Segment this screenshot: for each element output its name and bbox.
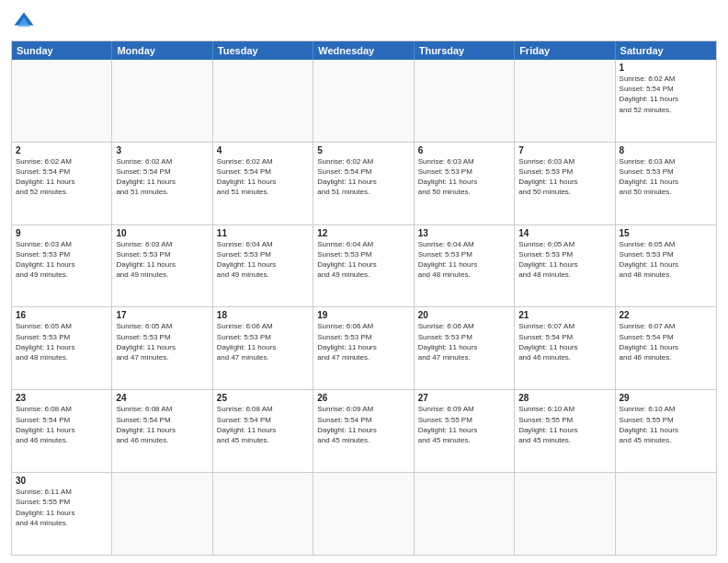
day-cell xyxy=(415,473,515,555)
day-cell: 18Sunrise: 6:06 AM Sunset: 5:53 PM Dayli… xyxy=(213,307,313,389)
day-info: Sunrise: 6:07 AM Sunset: 5:54 PM Dayligh… xyxy=(620,321,712,362)
day-cell: 10Sunrise: 6:03 AM Sunset: 5:53 PM Dayli… xyxy=(112,225,212,307)
day-header-thursday: Thursday xyxy=(415,41,515,60)
day-cell: 13Sunrise: 6:04 AM Sunset: 5:53 PM Dayli… xyxy=(415,225,515,307)
day-number: 18 xyxy=(217,310,309,320)
week-row-6: 30Sunrise: 6:11 AM Sunset: 5:55 PM Dayli… xyxy=(12,472,716,555)
day-cell: 20Sunrise: 6:06 AM Sunset: 5:53 PM Dayli… xyxy=(415,307,515,389)
day-cell: 23Sunrise: 6:08 AM Sunset: 5:54 PM Dayli… xyxy=(12,390,112,472)
day-cell xyxy=(515,60,615,142)
calendar: SundayMondayTuesdayWednesdayThursdayFrid… xyxy=(11,40,717,556)
day-number: 29 xyxy=(620,393,712,403)
day-cell xyxy=(112,473,212,555)
page: SundayMondayTuesdayWednesdayThursdayFrid… xyxy=(0,0,728,563)
week-row-2: 2Sunrise: 6:02 AM Sunset: 5:54 PM Daylig… xyxy=(12,142,716,224)
day-cell: 9Sunrise: 6:03 AM Sunset: 5:53 PM Daylig… xyxy=(12,225,112,307)
weeks-container: 1Sunrise: 6:02 AM Sunset: 5:54 PM Daylig… xyxy=(12,60,716,555)
day-header-wednesday: Wednesday xyxy=(313,41,414,60)
day-cell: 12Sunrise: 6:04 AM Sunset: 5:53 PM Dayli… xyxy=(313,225,414,307)
day-number: 16 xyxy=(16,310,108,320)
day-number: 23 xyxy=(16,393,108,403)
day-number: 8 xyxy=(620,145,712,155)
week-row-5: 23Sunrise: 6:08 AM Sunset: 5:54 PM Dayli… xyxy=(12,389,716,472)
day-info: Sunrise: 6:05 AM Sunset: 5:53 PM Dayligh… xyxy=(16,321,108,362)
day-number: 25 xyxy=(217,393,309,403)
day-info: Sunrise: 6:10 AM Sunset: 5:55 PM Dayligh… xyxy=(620,404,712,445)
day-number: 24 xyxy=(116,393,208,403)
day-number: 14 xyxy=(518,228,610,238)
day-cell: 25Sunrise: 6:08 AM Sunset: 5:54 PM Dayli… xyxy=(213,390,313,472)
day-info: Sunrise: 6:06 AM Sunset: 5:53 PM Dayligh… xyxy=(317,321,409,362)
day-cell xyxy=(515,473,615,555)
day-number: 11 xyxy=(217,228,309,238)
day-info: Sunrise: 6:03 AM Sunset: 5:53 PM Dayligh… xyxy=(518,156,610,198)
day-info: Sunrise: 6:08 AM Sunset: 5:54 PM Dayligh… xyxy=(16,404,108,445)
day-header-tuesday: Tuesday xyxy=(213,41,313,60)
day-info: Sunrise: 6:02 AM Sunset: 5:54 PM Dayligh… xyxy=(317,156,409,198)
day-cell: 5Sunrise: 6:02 AM Sunset: 5:54 PM Daylig… xyxy=(313,143,414,224)
day-info: Sunrise: 6:03 AM Sunset: 5:53 PM Dayligh… xyxy=(418,156,510,198)
day-info: Sunrise: 6:05 AM Sunset: 5:53 PM Dayligh… xyxy=(116,321,208,362)
day-cell: 22Sunrise: 6:07 AM Sunset: 5:54 PM Dayli… xyxy=(616,307,716,389)
day-cell xyxy=(313,473,414,555)
day-cell: 17Sunrise: 6:05 AM Sunset: 5:53 PM Dayli… xyxy=(112,307,212,389)
day-info: Sunrise: 6:04 AM Sunset: 5:53 PM Dayligh… xyxy=(418,239,510,281)
day-cell xyxy=(213,473,313,555)
day-cell: 14Sunrise: 6:05 AM Sunset: 5:53 PM Dayli… xyxy=(515,225,615,307)
day-cell: 11Sunrise: 6:04 AM Sunset: 5:53 PM Dayli… xyxy=(213,225,313,307)
day-header-monday: Monday xyxy=(112,41,212,60)
logo xyxy=(11,9,40,35)
day-info: Sunrise: 6:03 AM Sunset: 5:53 PM Dayligh… xyxy=(620,156,712,198)
day-number: 13 xyxy=(418,228,510,238)
day-cell xyxy=(12,60,112,142)
day-header-friday: Friday xyxy=(515,41,615,60)
day-info: Sunrise: 6:04 AM Sunset: 5:53 PM Dayligh… xyxy=(317,239,409,281)
day-cell: 28Sunrise: 6:10 AM Sunset: 5:55 PM Dayli… xyxy=(515,390,615,472)
week-row-4: 16Sunrise: 6:05 AM Sunset: 5:53 PM Dayli… xyxy=(12,306,716,389)
day-number: 5 xyxy=(317,145,409,155)
day-info: Sunrise: 6:06 AM Sunset: 5:53 PM Dayligh… xyxy=(418,321,510,362)
day-cell: 16Sunrise: 6:05 AM Sunset: 5:53 PM Dayli… xyxy=(12,307,112,389)
week-row-1: 1Sunrise: 6:02 AM Sunset: 5:54 PM Daylig… xyxy=(12,60,716,142)
day-number: 1 xyxy=(620,63,712,73)
day-info: Sunrise: 6:11 AM Sunset: 5:55 PM Dayligh… xyxy=(16,487,108,528)
day-cell: 15Sunrise: 6:05 AM Sunset: 5:53 PM Dayli… xyxy=(616,225,716,307)
day-cell: 7Sunrise: 6:03 AM Sunset: 5:53 PM Daylig… xyxy=(515,143,615,224)
day-cell xyxy=(616,473,716,555)
day-header-sunday: Sunday xyxy=(12,41,112,60)
day-number: 15 xyxy=(620,228,712,238)
day-info: Sunrise: 6:08 AM Sunset: 5:54 PM Dayligh… xyxy=(116,404,208,445)
header xyxy=(11,9,717,35)
day-info: Sunrise: 6:05 AM Sunset: 5:53 PM Dayligh… xyxy=(518,239,610,281)
day-number: 21 xyxy=(518,310,610,320)
day-cell: 24Sunrise: 6:08 AM Sunset: 5:54 PM Dayli… xyxy=(112,390,212,472)
day-number: 26 xyxy=(317,393,409,403)
day-cell: 1Sunrise: 6:02 AM Sunset: 5:54 PM Daylig… xyxy=(616,60,716,142)
day-info: Sunrise: 6:03 AM Sunset: 5:53 PM Dayligh… xyxy=(116,239,208,281)
day-number: 17 xyxy=(116,310,208,320)
day-number: 3 xyxy=(116,145,208,155)
day-number: 10 xyxy=(116,228,208,238)
day-number: 28 xyxy=(518,393,610,403)
day-number: 4 xyxy=(217,145,309,155)
day-number: 7 xyxy=(518,145,610,155)
day-info: Sunrise: 6:02 AM Sunset: 5:54 PM Dayligh… xyxy=(16,156,108,198)
day-info: Sunrise: 6:08 AM Sunset: 5:54 PM Dayligh… xyxy=(217,404,309,445)
day-cell: 4Sunrise: 6:02 AM Sunset: 5:54 PM Daylig… xyxy=(213,143,313,224)
day-number: 19 xyxy=(317,310,409,320)
day-cell xyxy=(213,60,313,142)
day-info: Sunrise: 6:10 AM Sunset: 5:55 PM Dayligh… xyxy=(518,404,610,445)
day-info: Sunrise: 6:02 AM Sunset: 5:54 PM Dayligh… xyxy=(620,74,712,115)
day-number: 6 xyxy=(418,145,510,155)
day-headers-row: SundayMondayTuesdayWednesdayThursdayFrid… xyxy=(12,41,716,60)
day-info: Sunrise: 6:03 AM Sunset: 5:53 PM Dayligh… xyxy=(16,239,108,281)
logo-icon xyxy=(11,9,37,35)
day-number: 22 xyxy=(620,310,712,320)
day-number: 30 xyxy=(16,476,108,486)
day-info: Sunrise: 6:07 AM Sunset: 5:54 PM Dayligh… xyxy=(518,321,610,362)
day-cell: 29Sunrise: 6:10 AM Sunset: 5:55 PM Dayli… xyxy=(616,390,716,472)
day-number: 9 xyxy=(16,228,108,238)
day-cell: 27Sunrise: 6:09 AM Sunset: 5:55 PM Dayli… xyxy=(415,390,515,472)
day-cell xyxy=(415,60,515,142)
day-cell: 19Sunrise: 6:06 AM Sunset: 5:53 PM Dayli… xyxy=(313,307,414,389)
